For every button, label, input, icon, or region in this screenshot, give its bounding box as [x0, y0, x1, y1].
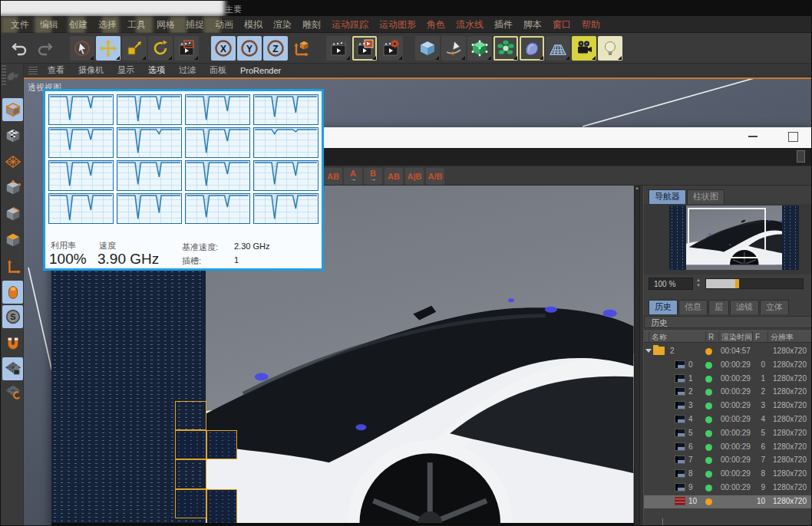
menu-item-3[interactable]: 选择	[93, 16, 122, 33]
lock-z-icon[interactable]: Z	[263, 36, 288, 61]
compare-mode-split-button[interactable]: A|B	[405, 168, 424, 185]
viewport-menu-grip-icon[interactable]	[28, 67, 38, 74]
palette-grip[interactable]	[2, 65, 6, 85]
workplane-snap-icon[interactable]	[2, 380, 23, 403]
cpu-monitor-overlay[interactable]: 利用率 100% 速度 3.90 GHz 基准速度: 2.30 GHz 插槽: …	[43, 89, 324, 271]
live-selection-icon[interactable]	[70, 36, 94, 61]
workplane-mode-icon[interactable]	[2, 150, 23, 173]
viewport-menu-2[interactable]: 显示	[111, 64, 141, 76]
history-row-9[interactable]: 900:00:2991280x720	[644, 482, 812, 495]
history-row-8[interactable]: 800:00:2981280x720	[644, 468, 812, 481]
zoom-slider[interactable]	[705, 278, 804, 289]
model-mode-icon[interactable]	[2, 98, 23, 121]
tab-panel-4[interactable]: 立体	[760, 300, 789, 314]
menu-item-15[interactable]: 插件	[489, 16, 518, 33]
panel-menu-icon[interactable]	[797, 150, 805, 163]
compare-mode-side-button[interactable]: AB	[385, 168, 403, 185]
viewport-menu-3[interactable]: 选项	[141, 64, 172, 76]
edges-mode-icon[interactable]	[2, 202, 23, 225]
history-row-7[interactable]: 700:00:2971280x720	[644, 454, 812, 467]
move-icon[interactable]	[96, 36, 120, 61]
render-view-icon[interactable]	[326, 36, 351, 61]
spline-pen-icon[interactable]	[441, 36, 466, 61]
tab-panel-3[interactable]: 滤镜	[730, 300, 759, 314]
menu-item-16[interactable]: 脚本	[518, 16, 547, 33]
add-cube-icon[interactable]	[415, 36, 440, 61]
menu-item-12[interactable]: 运动图形	[374, 16, 421, 33]
zoom-value-field[interactable]: 100 %	[649, 278, 693, 290]
tab-panel-2[interactable]: 层	[708, 300, 729, 314]
workplane-lock-icon[interactable]	[2, 357, 23, 380]
scale-icon[interactable]	[122, 36, 147, 61]
history-row-0[interactable]: 000:00:2901280x720	[644, 359, 812, 372]
compare-mode-overlay-button[interactable]: A/B	[426, 168, 444, 185]
history-row-6[interactable]: 600:00:2961280x720	[644, 441, 812, 454]
maximize-button[interactable]	[788, 132, 798, 142]
set-image-a-button[interactable]: A→	[344, 168, 362, 185]
lock-x-icon[interactable]: X	[211, 36, 236, 61]
view-region-indicator[interactable]	[688, 208, 766, 258]
menu-item-14[interactable]: 流水线	[451, 16, 489, 33]
coordinate-system-icon[interactable]	[289, 36, 314, 61]
render-settings-icon[interactable]	[378, 36, 403, 61]
zoom-slider-handle[interactable]	[735, 279, 739, 288]
light-icon[interactable]	[598, 36, 622, 61]
history-row-5[interactable]: 500:00:2951280x720	[644, 427, 812, 440]
texture-mode-icon[interactable]	[2, 124, 23, 147]
polygons-mode-icon[interactable]	[2, 228, 23, 251]
menu-item-8[interactable]: 模拟	[239, 16, 268, 33]
expand-arrow-icon[interactable]	[645, 349, 652, 353]
undo-icon[interactable]	[7, 36, 31, 61]
snap-magnet-icon[interactable]	[2, 332, 23, 355]
column-header-1[interactable]: R	[705, 331, 714, 343]
last-tool-icon[interactable]	[174, 36, 199, 61]
menu-item-10[interactable]: 雕刻	[297, 16, 326, 33]
history-row-1[interactable]: 100:00:2911280x720	[644, 373, 812, 386]
menu-item-4[interactable]: 工具	[122, 16, 151, 33]
viewport-menu-5[interactable]: 面板	[203, 64, 233, 76]
render-picture-viewer-icon[interactable]	[352, 36, 377, 61]
menu-item-11[interactable]: 运动跟踪	[326, 16, 374, 33]
enable-axis-icon[interactable]	[2, 256, 23, 279]
menu-item-17[interactable]: 窗口	[547, 16, 576, 33]
column-header-4[interactable]: 分辨率	[767, 331, 794, 343]
menu-item-2[interactable]: 创建	[64, 16, 93, 33]
history-row-4[interactable]: 400:00:2941280x720	[644, 413, 812, 426]
menu-item-1[interactable]: 编辑	[35, 16, 64, 33]
history-row-10[interactable]: 10101280x720	[644, 495, 812, 508]
compare-ab-toggle-button[interactable]: AB	[324, 168, 342, 185]
points-mode-icon[interactable]	[2, 176, 23, 199]
viewport-menu-1[interactable]: 摄像机	[71, 64, 111, 76]
tab-navigator-0[interactable]: 导航器	[649, 189, 686, 204]
viewport-menu-0[interactable]: 查看	[41, 64, 71, 76]
generators-icon[interactable]	[493, 36, 518, 61]
tab-navigator-1[interactable]: 柱状图	[687, 189, 725, 204]
rotate-icon[interactable]	[148, 36, 173, 61]
tab-panel-0[interactable]: 历史	[649, 300, 678, 314]
set-image-b-button[interactable]: B→	[364, 168, 382, 185]
viewport-menu-6[interactable]: ProRender	[233, 66, 288, 75]
history-row-3[interactable]: 300:00:2931280x720	[644, 399, 812, 413]
render-thumbnail[interactable]	[669, 205, 799, 270]
menu-item-18[interactable]: 帮助	[576, 16, 606, 33]
column-header-3[interactable]: F	[752, 331, 760, 343]
menu-item-6[interactable]: 捕捉	[180, 16, 210, 33]
column-header-0[interactable]: 名称	[649, 331, 667, 343]
menu-item-9[interactable]: 渲染	[268, 16, 297, 33]
subdivision-surface-icon[interactable]	[467, 36, 492, 61]
history-row-2[interactable]: 200:04:571280x720	[644, 345, 812, 358]
viewport-solo-icon[interactable]	[2, 281, 23, 304]
image-scrollbar[interactable]: ▲	[634, 186, 639, 526]
viewport-menu-4[interactable]: 过滤	[172, 64, 203, 76]
menu-item-5[interactable]: 网格	[151, 16, 180, 33]
camera-icon[interactable]	[572, 36, 596, 61]
menu-item-0[interactable]: 文件	[5, 16, 35, 33]
lock-y-icon[interactable]: Y	[237, 36, 262, 61]
history-row-2[interactable]: 200:00:2921280x720	[644, 386, 812, 399]
menu-item-13[interactable]: 角色	[421, 16, 451, 33]
tab-panel-1[interactable]: 信息	[678, 300, 708, 314]
enable-quantizing-icon[interactable]: S	[2, 305, 23, 328]
zoom-stepper[interactable]: ▲▼	[695, 278, 702, 290]
deformer-icon[interactable]	[520, 36, 544, 61]
redo-icon[interactable]	[33, 36, 58, 61]
